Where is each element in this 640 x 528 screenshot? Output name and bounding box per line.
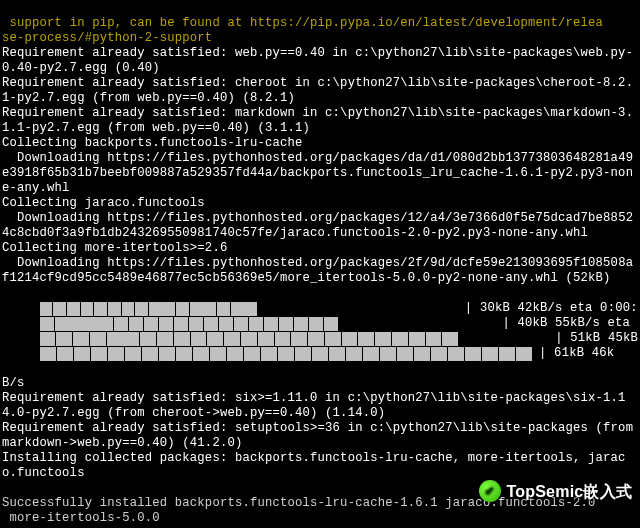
progress-filled	[210, 347, 226, 361]
progress-filled	[258, 332, 274, 346]
progress-filled	[325, 332, 341, 346]
progress-row: | 61kB 46k	[2, 346, 638, 361]
output-line: Requirement already satisfied: web.py==0…	[2, 46, 638, 76]
progress-filled	[380, 347, 396, 361]
progress-filled	[40, 332, 56, 346]
output-line: Collecting backports.functools-lru-cache	[2, 136, 638, 151]
progress-empty	[369, 317, 383, 331]
progress-empty	[509, 332, 525, 346]
progress-empty	[339, 317, 353, 331]
progress-filled	[249, 317, 263, 331]
progress-empty	[413, 317, 427, 331]
progress-row: | 51kB 45kB	[2, 331, 638, 346]
progress-filled	[123, 332, 139, 346]
bs-unit: B/s	[2, 376, 25, 390]
progress-filled	[144, 317, 158, 331]
progress-filled	[241, 332, 257, 346]
progress-filled	[312, 347, 328, 361]
progress-filled	[176, 347, 192, 361]
output-line: Collecting jaraco.functools	[2, 196, 638, 211]
progress-empty	[422, 302, 435, 316]
output-line: Downloading https://files.pythonhosted.o…	[2, 151, 638, 196]
progress-empty	[398, 317, 412, 331]
progress-filled	[107, 332, 123, 346]
success-line2: more-itertools-5.0.0	[2, 511, 160, 525]
progress-filled	[261, 347, 277, 361]
progress-empty	[299, 302, 312, 316]
progress-empty	[408, 302, 421, 316]
progress-filled	[295, 347, 311, 361]
progress-filled	[309, 317, 323, 331]
progress-filled	[40, 317, 54, 331]
progress-filled	[231, 302, 244, 316]
progress-filled	[291, 332, 307, 346]
output-line: Requirement already satisfied: six>=1.11…	[2, 391, 638, 421]
progress-filled	[69, 317, 83, 331]
watermark-text: TopSemic嵌入式	[507, 484, 632, 499]
progress-filled	[140, 332, 156, 346]
progress-filled	[516, 347, 532, 361]
progress-filled	[224, 332, 240, 346]
progress-filled	[56, 332, 72, 346]
progress-filled	[308, 332, 324, 346]
wechat-icon: ✔	[479, 480, 501, 502]
progress-filled	[275, 332, 291, 346]
progress-filled	[392, 332, 408, 346]
progress-empty	[459, 332, 475, 346]
deprecation-line2: se-process/#python-2-support	[2, 31, 212, 45]
progress-filled	[191, 332, 207, 346]
progress-empty	[258, 302, 271, 316]
progress-filled	[81, 302, 94, 316]
progress-empty	[395, 302, 408, 316]
progress-filled	[57, 347, 73, 361]
output-line: Downloading https://files.pythonhosted.o…	[2, 211, 638, 241]
progress-empty	[458, 317, 472, 331]
progress-empty	[384, 317, 398, 331]
terminal-output[interactable]: support in pip, can be found at https://…	[0, 0, 640, 527]
progress-filled	[40, 302, 53, 316]
progress-filled	[204, 317, 218, 331]
progress-filled	[431, 347, 447, 361]
output-line: Collecting more-itertools>=2.6	[2, 241, 638, 256]
progress-filled	[227, 347, 243, 361]
progress-filled	[442, 332, 458, 346]
progress-filled	[159, 317, 173, 331]
progress-filled	[125, 347, 141, 361]
progress-filled	[448, 347, 464, 361]
progress-filled	[329, 347, 345, 361]
progress-filled	[135, 302, 148, 316]
progress-filled	[40, 347, 56, 361]
progress-filled	[142, 347, 158, 361]
output-line: Requirement already satisfied: markdown …	[2, 106, 638, 136]
progress-empty	[367, 302, 380, 316]
progress-stats: | 40kB 55kB/s eta	[472, 316, 637, 331]
progress-empty	[493, 332, 509, 346]
progress-filled	[375, 332, 391, 346]
progress-empty	[272, 302, 285, 316]
progress-empty	[285, 302, 298, 316]
progress-filled	[174, 317, 188, 331]
progress-filled	[342, 332, 358, 346]
progress-filled	[190, 302, 203, 316]
progress-empty	[354, 317, 368, 331]
progress-filled	[129, 317, 143, 331]
progress-filled	[91, 347, 107, 361]
progress-filled	[426, 332, 442, 346]
watermark: ✔ TopSemic嵌入式	[479, 480, 632, 502]
progress-empty	[340, 302, 353, 316]
progress-filled	[465, 347, 481, 361]
progress-empty	[443, 317, 457, 331]
progress-filled	[162, 302, 175, 316]
progress-filled	[108, 347, 124, 361]
progress-filled	[94, 302, 107, 316]
progress-filled	[176, 302, 189, 316]
output-line: Installing collected packages: backports…	[2, 451, 638, 481]
progress-filled	[90, 332, 106, 346]
progress-empty	[428, 317, 442, 331]
progress-filled	[84, 317, 98, 331]
progress-filled	[219, 317, 233, 331]
progress-filled	[203, 302, 216, 316]
progress-row: | 40kB 55kB/s eta	[2, 316, 638, 331]
progress-stats: | 61kB 46k	[532, 346, 615, 361]
progress-filled	[114, 317, 128, 331]
